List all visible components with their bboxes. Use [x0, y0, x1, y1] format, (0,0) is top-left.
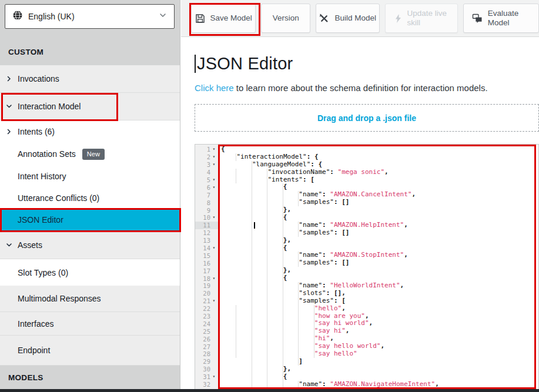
- code-line[interactable]: "hello",: [219, 305, 538, 313]
- code-line[interactable]: "say hi",: [219, 327, 538, 335]
- bottom-bar: [0, 389, 539, 392]
- code-line[interactable]: "name": "AMAZON.NavigateHomeIntent",: [219, 381, 538, 388]
- gutter-line: 20: [195, 290, 218, 297]
- code-line[interactable]: "name": "AMAZON.StopIntent",: [219, 252, 538, 259]
- sidebar-item-label: Intent History: [18, 172, 66, 181]
- code-line[interactable]: "how are you",: [219, 313, 538, 320]
- code-line[interactable]: },: [219, 366, 538, 373]
- code-line[interactable]: "samples": [: [219, 297, 538, 305]
- version-button[interactable]: Version: [261, 4, 310, 33]
- sidebar-item-interaction-model[interactable]: Interaction Model: [0, 93, 180, 120]
- evaluate-model-button[interactable]: Evaluate Model: [463, 4, 539, 33]
- code-line[interactable]: "name": "AMAZON.CancelIntent",: [219, 191, 538, 199]
- page-title: JSON Editor: [197, 54, 293, 73]
- subtitle-text: to learn more about the schema definitio…: [234, 83, 488, 93]
- sidebar-item-slot-types-0[interactable]: Slot Types (0): [0, 259, 180, 286]
- fold-arrow-icon[interactable]: ▾: [210, 246, 217, 250]
- sidebar-item-intents-6[interactable]: Intents (6): [0, 120, 180, 143]
- gutter-line: 27: [195, 343, 218, 350]
- fold-arrow-icon[interactable]: ▾: [210, 374, 217, 379]
- code-line[interactable]: },: [219, 267, 538, 274]
- line-number: 24: [203, 320, 210, 327]
- code-line[interactable]: },: [219, 237, 538, 244]
- sidebar-item-invocations[interactable]: Invocations: [0, 65, 180, 93]
- gutter-line: 24: [195, 320, 218, 327]
- sidebar-item-label: Multimodal Responses: [18, 294, 101, 303]
- sidebar-item-label: Annotation Sets: [18, 149, 76, 159]
- chevron-right-icon: [6, 76, 12, 82]
- subtitle: Click here to learn more about the schem…: [195, 83, 488, 93]
- save-icon: [195, 14, 205, 24]
- sidebar-item-interfaces[interactable]: Interfaces: [0, 312, 180, 336]
- section-header-models: MODELS: [0, 373, 43, 382]
- fold-arrow-icon[interactable]: ▾: [210, 155, 217, 159]
- json-dropzone[interactable]: Drag and drop a .json file: [195, 104, 539, 132]
- code-line[interactable]: "say hello world",: [219, 343, 538, 350]
- sidebar-item-annotation-sets[interactable]: Annotation SetsNew: [0, 143, 180, 165]
- sidebar-item-intent-history[interactable]: Intent History: [0, 165, 180, 187]
- code-line[interactable]: "intents": [: [219, 176, 538, 184]
- sidebar-item-label: Utterance Conflicts (0): [18, 193, 99, 203]
- chat-icon: [472, 14, 483, 24]
- toolbar: Save ModelVersionBuild ModelUpdate live …: [181, 0, 539, 37]
- line-number: 23: [203, 313, 210, 320]
- lightning-icon: [394, 14, 402, 24]
- sidebar-item-multimodal-responses[interactable]: Multimodal Responses: [0, 286, 180, 312]
- sidebar-item-utterance-conflicts-0[interactable]: Utterance Conflicts (0): [0, 187, 180, 209]
- chevron-right-icon: [6, 129, 12, 135]
- fold-arrow-icon[interactable]: ▾: [210, 215, 217, 220]
- editor-gutter: 1▾2▾3▾45▾6▾78910▾11121314▾15161718▾19202…: [195, 145, 219, 391]
- gutter-line: 31▾: [195, 373, 218, 381]
- line-number: 15: [203, 252, 210, 259]
- text-cursor: [195, 55, 196, 73]
- json-code-editor[interactable]: 1▾2▾3▾45▾6▾78910▾11121314▾15161718▾19202…: [195, 144, 539, 392]
- code-line[interactable]: "name": "AMAZON.HelpIntent",: [219, 222, 538, 229]
- code-line[interactable]: ]: [219, 358, 538, 366]
- line-number: 8: [207, 199, 210, 206]
- gutter-line: 10▾: [195, 214, 218, 222]
- line-number: 32: [203, 381, 210, 388]
- code-line[interactable]: "samples": []: [219, 259, 538, 267]
- line-number: 10: [203, 214, 210, 221]
- code-line[interactable]: "say hi world",: [219, 320, 538, 327]
- code-line[interactable]: "name": "HelloWorldIntent",: [219, 282, 538, 290]
- code-line[interactable]: "samples": []: [219, 199, 538, 206]
- sidebar-item-json-editor[interactable]: JSON Editor: [0, 209, 180, 231]
- gutter-line: 12: [195, 229, 218, 237]
- language-selector[interactable]: English (UK): [5, 4, 175, 29]
- code-line[interactable]: "slots": [],: [219, 290, 538, 297]
- code-line[interactable]: "say hello": [219, 350, 538, 358]
- schema-link[interactable]: Click here: [195, 83, 234, 93]
- sidebar-nav: InvocationsInteraction ModelIntents (6)A…: [0, 65, 180, 366]
- gutter-line: 17: [195, 267, 218, 274]
- fold-arrow-icon[interactable]: ▾: [210, 276, 217, 281]
- fold-arrow-icon[interactable]: ▾: [210, 147, 217, 152]
- sidebar-item-label: Assets: [18, 240, 42, 250]
- section-header-custom: CUSTOM: [0, 48, 43, 56]
- gutter-line: 6▾: [195, 183, 218, 191]
- code-line[interactable]: "samples": []: [219, 229, 538, 237]
- gutter-line: 2▾: [195, 153, 218, 161]
- sidebar-item-assets[interactable]: Assets: [0, 231, 180, 259]
- fold-arrow-icon[interactable]: ▾: [210, 185, 217, 190]
- code-line[interactable]: },: [219, 206, 538, 214]
- save-model-button[interactable]: Save Model: [191, 4, 256, 33]
- editor-code[interactable]: {"interactionModel": {"languageModel": {…: [219, 145, 538, 391]
- build-icon: [319, 14, 329, 24]
- line-number: 26: [203, 336, 210, 343]
- gutter-line: 32: [195, 381, 218, 388]
- fold-arrow-icon[interactable]: ▾: [210, 299, 217, 303]
- sidebar-item-endpoint[interactable]: Endpoint: [0, 336, 180, 366]
- sidebar-item-label: Slot Types (0): [18, 268, 68, 277]
- new-badge: New: [82, 149, 105, 160]
- line-number: 14: [203, 244, 210, 252]
- dropzone-label: Drag and drop a .json file: [317, 113, 416, 123]
- gutter-line: 15: [195, 252, 218, 259]
- build-model-button[interactable]: Build Model: [316, 4, 380, 33]
- code-line[interactable]: "invocationName": "mega sonic",: [219, 169, 538, 176]
- chevron-down-icon: [6, 242, 12, 248]
- line-number: 22: [203, 305, 210, 312]
- line-number: 25: [203, 328, 210, 335]
- fold-arrow-icon[interactable]: ▾: [210, 162, 217, 167]
- fold-arrow-icon[interactable]: ▾: [210, 177, 217, 182]
